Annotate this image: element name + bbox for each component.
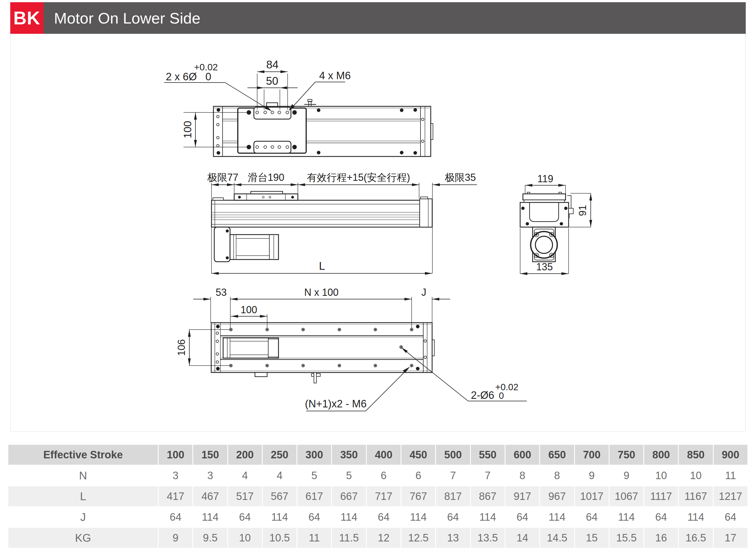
spec-cell: 64	[367, 507, 401, 527]
side-view-drawing	[211, 183, 477, 275]
spec-cell: 867	[471, 486, 505, 506]
spec-cell: 7	[471, 465, 505, 485]
page: BK Motor On Lower Side	[0, 0, 756, 560]
spec-cell: 15.5	[610, 528, 643, 548]
end-view-drawing	[520, 184, 592, 275]
spec-cell: 114	[402, 507, 435, 527]
spec-cell: 8	[540, 465, 574, 485]
spec-cell: 10	[644, 465, 678, 485]
stroke-column-header: 850	[679, 445, 713, 465]
spec-cell: 114	[610, 507, 643, 527]
spec-cell: 6	[367, 465, 401, 485]
dim-l-label: L	[319, 260, 325, 272]
spec-table: Effective Stroke100150200250300350400450…	[8, 445, 748, 548]
spec-cell: 10.5	[263, 528, 297, 548]
spec-cell: 12.5	[402, 528, 435, 548]
stroke-column-header: 350	[332, 445, 366, 465]
spec-cell: 114	[471, 507, 505, 527]
spec-cell: 817	[436, 486, 470, 506]
spec-cell: 667	[332, 486, 366, 506]
spec-cell: 14	[506, 528, 539, 548]
spec-cell: 6	[402, 465, 435, 485]
dim-50-label: 50	[266, 75, 279, 87]
spec-cell: 1167	[679, 486, 713, 506]
spec-cell: 1217	[714, 486, 748, 506]
spec-cell: 114	[263, 507, 297, 527]
spec-cell: 7	[436, 465, 470, 485]
dim-119-label: 119	[537, 173, 553, 184]
stroke-column-header: 300	[297, 445, 331, 465]
thread-note-label: 4 x M6	[319, 70, 351, 81]
stroke-column-header: 600	[506, 445, 539, 465]
dim-j-label: J	[421, 287, 426, 298]
tolerance-lower-label: 0	[205, 71, 211, 82]
dim-106-label: 106	[176, 339, 187, 356]
stroke-column-header: 450	[402, 445, 435, 465]
spec-cell: 114	[540, 507, 574, 527]
row-label-kg: KG	[8, 528, 158, 548]
spec-cell: 5	[297, 465, 331, 485]
stroke-column-header: 900	[714, 445, 748, 465]
spec-cell: 14.5	[540, 528, 574, 548]
stroke-column-header: 550	[471, 445, 505, 465]
spec-cell: 3	[193, 465, 227, 485]
spec-cell: 13	[436, 528, 470, 548]
drawing-area: +0.02 2 x 6Ø 0 84 50 4 x M6 100	[10, 34, 745, 432]
stroke-column-header: 400	[367, 445, 401, 465]
spec-cell: 9	[159, 528, 192, 548]
table-header-label: Effective Stroke	[8, 445, 158, 465]
spec-cell: 64	[644, 507, 678, 527]
technical-drawing: +0.02 2 x 6Ø 0 84 50 4 x M6 100	[11, 34, 745, 431]
spec-cell: 767	[402, 486, 435, 506]
thread-count-note-label: (N+1)x2 - M6	[305, 398, 367, 409]
spec-cell: 1067	[610, 486, 643, 506]
spec-cell: 114	[679, 507, 713, 527]
stroke-label: 有效行程+15(安全行程)	[307, 172, 410, 183]
spec-cell: 64	[436, 507, 470, 527]
limit-right-label: 极限35	[445, 172, 476, 183]
spec-cell: 17	[714, 528, 748, 548]
hole-note-label: 2 x 6Ø	[166, 71, 197, 82]
spec-cell: 15	[575, 528, 609, 548]
limit-left-label: 极限77	[207, 172, 238, 183]
spec-cell: 917	[506, 486, 539, 506]
pin-hole-note-label: 2-Ø6	[471, 389, 494, 401]
spec-cell: 4	[263, 465, 297, 485]
dim-84-label: 84	[266, 58, 279, 71]
dim-135-label: 135	[536, 261, 553, 273]
stroke-column-header: 700	[575, 445, 609, 465]
spec-cell: 467	[193, 486, 227, 506]
spec-cell: 12	[367, 528, 401, 548]
spec-cell: 567	[263, 486, 297, 506]
spec-cell: 967	[540, 486, 574, 506]
row-label-n: N	[8, 465, 158, 485]
stroke-column-header: 150	[193, 445, 227, 465]
spec-cell: 11	[714, 465, 748, 485]
stroke-column-header: 800	[644, 445, 678, 465]
spec-cell: 64	[297, 507, 331, 527]
spec-cell: 114	[332, 507, 366, 527]
stroke-column-header: 750	[610, 445, 643, 465]
dim-53-label: 53	[216, 287, 227, 298]
spec-cell: 16	[644, 528, 678, 548]
spec-cell: 64	[714, 507, 748, 527]
dim-100-pitch-label: 100	[241, 304, 257, 316]
spec-cell: 517	[228, 486, 262, 506]
spec-cell: 9.5	[193, 528, 227, 548]
series-badge: BK	[10, 2, 43, 34]
page-title: Motor On Lower Side	[43, 2, 200, 34]
spec-cell: 8	[506, 465, 539, 485]
stroke-column-header: 200	[228, 445, 262, 465]
spec-cell: 1117	[644, 486, 678, 506]
spec-cell: 10	[679, 465, 713, 485]
dim-nx100-label: N x 100	[304, 287, 339, 298]
spec-cell: 417	[159, 486, 192, 506]
spec-cell: 5	[332, 465, 366, 485]
stroke-column-header: 500	[436, 445, 470, 465]
stroke-column-header: 250	[263, 445, 297, 465]
dim-91-label: 91	[577, 205, 588, 216]
title-bar: BK Motor On Lower Side	[10, 2, 746, 34]
top-view-drawing	[164, 71, 433, 157]
slider-label: 滑台190	[248, 172, 284, 183]
spec-cell: 617	[297, 486, 331, 506]
